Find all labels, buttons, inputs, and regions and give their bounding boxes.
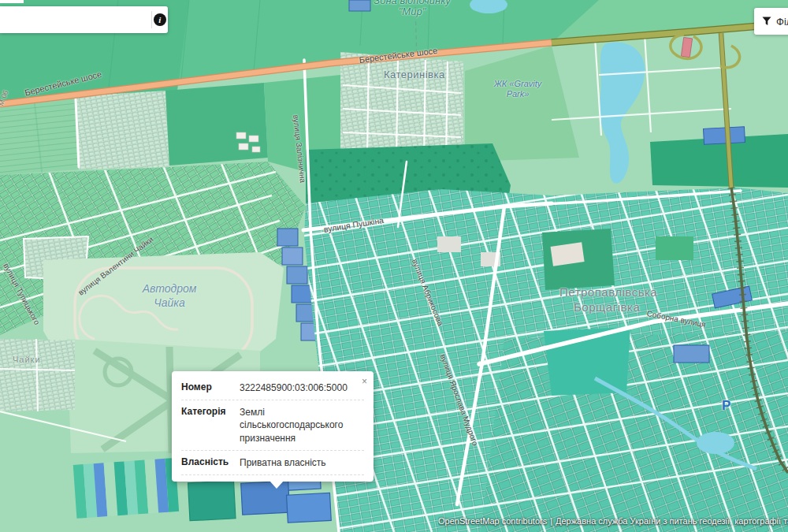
popup-row-label: Категорія	[181, 406, 232, 445]
filter-icon	[762, 17, 771, 26]
map-canvas[interactable]	[0, 0, 788, 532]
popup-row-value: 3222485900:03:006:5000	[240, 381, 364, 394]
filter-label: Фільтри	[776, 16, 788, 28]
popup-row-label: Власність	[181, 456, 232, 469]
popup-row-number: Номер 3222485900:03:006:5000	[181, 376, 364, 400]
window-edge-artifact	[0, 0, 24, 3]
search-input[interactable]	[0, 6, 151, 33]
popup-row-value: Приватна власність	[240, 456, 364, 469]
popup-row-category: Категорія Землі сільськогосподарського п…	[181, 400, 364, 451]
popup-row-ownership: Власність Приватна власність	[181, 451, 364, 475]
filter-button[interactable]: Фільтри	[754, 8, 788, 35]
parcel-info-popup: × Номер 3222485900:03:006:5000 Категорія…	[172, 371, 374, 482]
popup-arrow	[269, 481, 284, 489]
popup-row-label: Номер	[181, 381, 232, 394]
attribution-separator: |	[550, 516, 552, 526]
popup-close-button[interactable]: ×	[360, 374, 369, 389]
search-bar: i	[0, 6, 168, 33]
attribution-agency-link[interactable]: Державна служба України з питань геодезі…	[556, 516, 788, 526]
info-icon: i	[154, 13, 166, 26]
attribution-osm-link[interactable]: OpenStreetMap contributors	[438, 516, 547, 526]
attribution: OpenStreetMap contributors|Державна служ…	[438, 516, 788, 530]
info-button[interactable]: i	[152, 6, 168, 33]
map-application: Зона відпочинку "Мир" Берестейське шосе …	[0, 0, 788, 532]
popup-row-value: Землі сільськогосподарського призначення	[240, 406, 364, 445]
